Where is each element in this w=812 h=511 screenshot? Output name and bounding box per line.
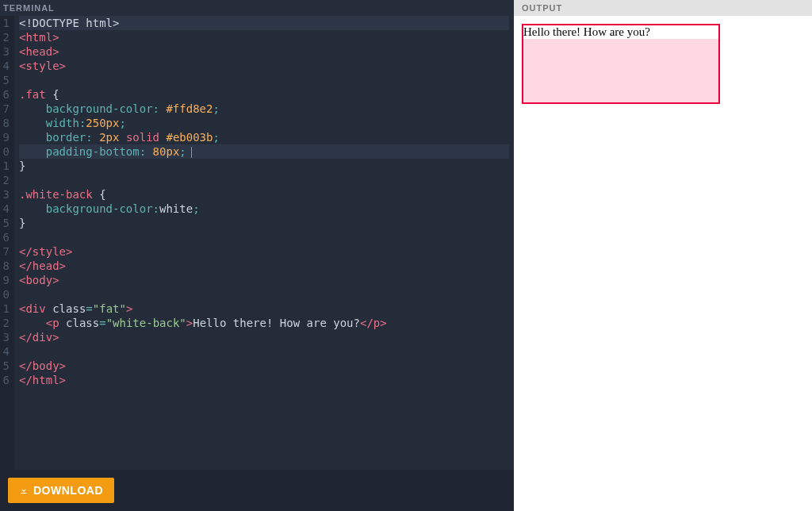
code-line[interactable]: <style> [19, 59, 509, 73]
line-number: 2 [0, 173, 10, 187]
code-line[interactable]: </div> [19, 330, 509, 344]
output-pane: OUTPUT Hello there! How are you? [514, 0, 812, 511]
code-area[interactable]: 1 2 3 4 5 6 7 8 9 0 1 2 3 4 5 6 7 8 9 0 … [0, 16, 514, 470]
line-number: 2 [0, 30, 10, 44]
download-button[interactable]: DOWNLOAD [8, 478, 114, 503]
line-number: 1 [0, 159, 10, 173]
line-number: 8 [0, 116, 10, 130]
rendered-fat-box: Hello there! How are you? [522, 24, 720, 104]
line-number-gutter: 1 2 3 4 5 6 7 8 9 0 1 2 3 4 5 6 7 8 9 0 … [0, 16, 14, 470]
line-number: 5 [0, 73, 10, 87]
code-line[interactable]: </html> [19, 373, 509, 387]
line-number: 4 [0, 202, 10, 216]
download-button-label: DOWNLOAD [33, 484, 103, 497]
code-line-active[interactable]: padding-bottom: 80px; [19, 144, 509, 159]
line-number: 6 [0, 87, 10, 102]
editor-header: TERMINAL [0, 0, 514, 16]
code-line[interactable] [19, 344, 509, 359]
line-number: 0 [0, 287, 10, 302]
code-content[interactable]: <!DOCTYPE html> <html> <head> <style> .f… [14, 16, 514, 470]
code-line[interactable]: } [19, 159, 509, 173]
line-number: 3 [0, 44, 10, 59]
code-line[interactable]: .fat { [19, 87, 509, 102]
code-line[interactable]: <div class="fat"> [19, 302, 509, 316]
editor-pane: TERMINAL 1 2 3 4 5 6 7 8 9 0 1 2 3 4 5 6… [0, 0, 514, 511]
code-line[interactable]: <html> [19, 30, 509, 44]
code-line[interactable]: background-color:white; [19, 202, 509, 216]
line-number: 4 [0, 344, 10, 359]
code-line[interactable]: </style> [19, 244, 509, 259]
line-number: 2 [0, 316, 10, 330]
line-number: 8 [0, 259, 10, 273]
rendered-paragraph: Hello there! How are you? [523, 25, 718, 39]
line-number: 3 [0, 330, 10, 344]
line-number: 6 [0, 373, 10, 387]
code-line[interactable]: border: 2px solid #eb003b; [19, 130, 509, 144]
download-icon [19, 486, 29, 495]
output-body: Hello there! How are you? [514, 16, 812, 511]
line-number: 1 [0, 302, 10, 316]
line-number: 5 [0, 216, 10, 230]
line-number: 5 [0, 359, 10, 373]
line-number: 0 [0, 144, 10, 159]
download-bar: DOWNLOAD [0, 470, 514, 511]
code-line[interactable] [19, 287, 509, 302]
code-line[interactable]: .white-back { [19, 187, 509, 202]
code-line[interactable]: background-color: #ffd8e2; [19, 102, 509, 116]
code-line[interactable]: <p class="white-back">Hello there! How a… [19, 316, 509, 330]
code-line[interactable]: <!DOCTYPE html> [19, 16, 509, 30]
line-number: 1 [0, 16, 10, 30]
line-number: 4 [0, 59, 10, 73]
code-line[interactable] [19, 230, 509, 244]
line-number: 3 [0, 187, 10, 202]
text-cursor [191, 147, 192, 158]
line-number: 9 [0, 130, 10, 144]
code-line[interactable]: <head> [19, 44, 509, 59]
line-number: 6 [0, 230, 10, 244]
output-header: OUTPUT [514, 0, 812, 16]
code-line[interactable] [19, 173, 509, 187]
code-line[interactable]: } [19, 216, 509, 230]
code-line[interactable] [19, 73, 509, 87]
code-line[interactable]: </head> [19, 259, 509, 273]
code-line[interactable]: </body> [19, 359, 509, 373]
code-line[interactable]: width:250px; [19, 116, 509, 130]
line-number: 7 [0, 102, 10, 116]
line-number: 7 [0, 244, 10, 259]
code-line[interactable]: <body> [19, 273, 509, 287]
line-number: 9 [0, 273, 10, 287]
